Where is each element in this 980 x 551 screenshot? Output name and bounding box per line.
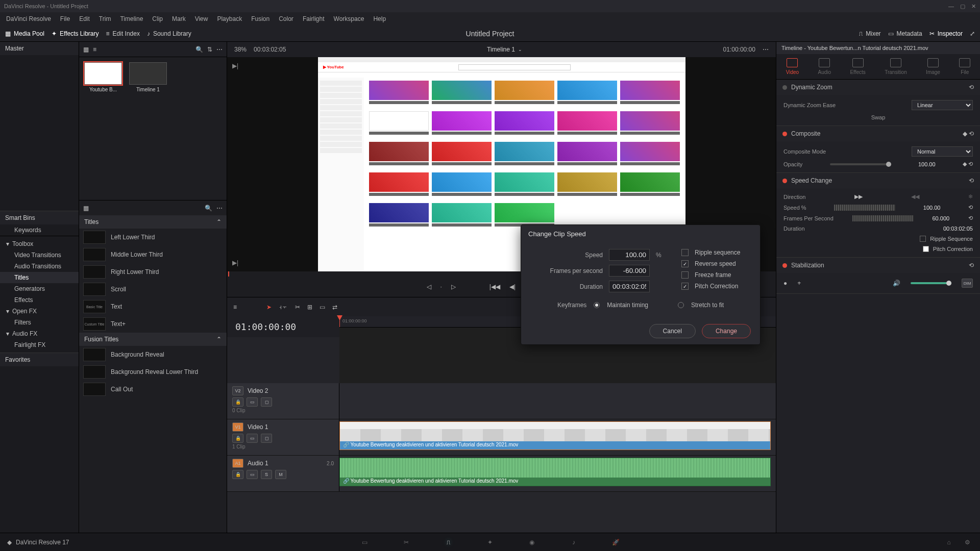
deliver-page-icon[interactable]: 🚀 <box>610 537 621 548</box>
overwrite-icon[interactable]: ▭ <box>320 304 325 311</box>
home-icon[interactable]: ⌂ <box>943 537 954 548</box>
stabilization-header[interactable]: Stabilization⟲ <box>776 258 980 273</box>
playhead[interactable] <box>339 316 340 327</box>
enable-icon[interactable]: ▭ <box>247 397 258 407</box>
effects-library-toggle[interactable]: ✦ Effects Library <box>52 30 99 37</box>
prev-frame-icon[interactable]: · <box>440 283 442 290</box>
menu-item[interactable]: Edit <box>79 15 90 22</box>
titles-header[interactable]: Titles⌃ <box>79 215 227 229</box>
title-preset[interactable]: Middle Lower Third <box>79 246 227 263</box>
settings-icon[interactable]: ⚙ <box>962 537 973 548</box>
sort-icon[interactable]: ⇅ <box>207 46 212 53</box>
enable-icon[interactable]: ▭ <box>247 470 258 479</box>
layout-icon[interactable]: ▦ <box>83 46 89 53</box>
replace-icon[interactable]: ⇄ <box>332 304 337 311</box>
direction-rev-icon[interactable]: ◀◀ <box>911 193 919 200</box>
timeline-timecode[interactable]: 01:00:00:00 <box>227 316 339 337</box>
reverse-checkbox[interactable] <box>681 260 689 267</box>
viewer-title[interactable]: Timeline 1 ⌄ <box>487 46 522 53</box>
mute-icon[interactable]: ◻ <box>261 397 272 407</box>
master-header[interactable]: Master <box>0 42 79 55</box>
speed-change-header[interactable]: Speed Change⟲ <box>776 173 980 188</box>
search-icon[interactable]: 🔍 <box>205 205 212 212</box>
step-back-icon[interactable]: ◀| <box>509 283 516 290</box>
media-pool-toggle[interactable]: ▦ Media Pool <box>5 30 44 37</box>
generators-item[interactable]: Generators <box>0 283 79 294</box>
out-marker-icon[interactable]: ▶| <box>232 259 238 266</box>
audio-transitions[interactable]: Audio Transitions <box>0 261 79 272</box>
options-icon[interactable]: ⋯ <box>763 46 769 53</box>
keywords-bin[interactable]: Keywords <box>0 224 79 236</box>
menu-item[interactable]: Help <box>373 15 386 22</box>
media-thumb[interactable]: Youtube B... <box>84 62 122 195</box>
layout-icon[interactable]: ▦ <box>83 205 89 212</box>
trim-tool-icon[interactable]: ⫞⫟ <box>279 304 288 311</box>
maintain-radio[interactable] <box>594 302 600 308</box>
composite-header[interactable]: Composite◆ ⟲ <box>776 126 980 141</box>
title-preset[interactable]: Custom TitleText+ <box>79 315 227 333</box>
sound-library-toggle[interactable]: ♪ Sound Library <box>147 30 191 37</box>
opacity-slider[interactable] <box>830 163 891 165</box>
pitch-checkbox[interactable] <box>681 283 689 290</box>
fairlightfx-item[interactable]: Fairlight FX <box>0 339 79 350</box>
track-v1[interactable]: 🔗 Youtube Bewertung deaktivieren und akt… <box>339 419 776 455</box>
maximize-icon[interactable]: ▢ <box>960 3 965 10</box>
stretch-radio[interactable] <box>678 302 684 308</box>
menu-item[interactable]: Fairlight <box>303 15 325 22</box>
tab-image[interactable]: Image <box>926 58 940 75</box>
ease-select[interactable]: Linear <box>912 100 973 110</box>
fps-scrubber[interactable] <box>852 215 914 221</box>
pitch-checkbox[interactable] <box>923 246 929 252</box>
tab-transition[interactable]: Transition <box>885 58 907 75</box>
solo-button[interactable]: S <box>261 470 272 479</box>
next-frame-icon[interactable]: ▷ <box>451 283 456 290</box>
menu-item[interactable]: DaVinci Resolve <box>6 15 51 22</box>
freeze-checkbox[interactable] <box>681 271 689 279</box>
lock-icon[interactable]: 🔒 <box>232 470 243 479</box>
title-preset[interactable]: Background Reveal <box>79 346 227 363</box>
mute-icon[interactable]: ◻ <box>261 434 272 443</box>
title-preset[interactable]: Right Lower Third <box>79 263 227 281</box>
video-clip[interactable]: 🔗 Youtube Bewertung deaktivieren und akt… <box>339 421 771 450</box>
edit-index-toggle[interactable]: ≡ Edit Index <box>106 30 140 37</box>
favorites-header[interactable]: Favorites <box>0 353 79 366</box>
track-a1[interactable]: 🔗 Youtube Bewertung deaktivieren und akt… <box>339 456 776 491</box>
volume-icon[interactable]: 🔊 <box>893 280 900 287</box>
lock-icon[interactable]: 🔒 <box>232 434 243 443</box>
track-header-v1[interactable]: V1Video 1 🔒▭◻ 1 Clip <box>227 419 339 455</box>
expand-icon[interactable]: ⤢ <box>970 30 975 37</box>
track-header-v2[interactable]: V2Video 2 🔒▭◻ 0 Clip <box>227 383 339 419</box>
menu-item[interactable]: File <box>60 15 70 22</box>
direction-freeze-icon[interactable]: ❄ <box>968 193 973 200</box>
stab-dot[interactable]: ● <box>783 280 787 287</box>
title-preset[interactable]: Call Out <box>79 381 227 398</box>
lock-icon[interactable]: 🔒 <box>232 397 243 407</box>
ripple-checkbox[interactable] <box>920 236 926 242</box>
audiofx-item[interactable]: ▾ Audio FX <box>0 328 79 339</box>
speed-scrubber[interactable] <box>834 205 895 211</box>
track-select[interactable]: V2 <box>232 386 243 395</box>
stab-add[interactable]: + <box>797 280 801 287</box>
in-marker-icon[interactable]: ▶| <box>232 62 238 69</box>
zoom-level[interactable]: 38% <box>234 46 247 53</box>
metadata-toggle[interactable]: ▭ Metadata <box>888 30 922 37</box>
toolbox-item[interactable]: ▾ Toolbox <box>0 238 79 249</box>
fairlight-page-icon[interactable]: ♪ <box>568 537 579 548</box>
media-page-icon[interactable]: ▭ <box>359 537 370 548</box>
dynamic-zoom-header[interactable]: Dynamic Zoom⟲ <box>776 80 980 95</box>
options-icon[interactable]: ⋯ <box>216 205 223 212</box>
audio-clip[interactable]: 🔗 Youtube Bewertung deaktivieren und akt… <box>339 458 771 486</box>
minimize-icon[interactable]: — <box>948 3 954 10</box>
enable-icon[interactable]: ▭ <box>247 434 258 443</box>
cancel-button[interactable]: Cancel <box>649 324 696 338</box>
title-preset[interactable]: Basic TitleText <box>79 298 227 315</box>
menu-item[interactable]: Workspace <box>334 15 364 22</box>
inspector-toggle[interactable]: ✂ Inspector <box>929 30 963 37</box>
close-icon[interactable]: ✕ <box>971 3 976 10</box>
menu-item[interactable]: Fusion <box>251 15 270 22</box>
swap-button[interactable]: Swap <box>871 114 886 120</box>
track-select[interactable]: A1 <box>232 459 243 468</box>
search-icon[interactable]: 🔍 <box>195 46 203 53</box>
filters-item[interactable]: Filters <box>0 317 79 328</box>
change-button[interactable]: Change <box>702 324 751 338</box>
